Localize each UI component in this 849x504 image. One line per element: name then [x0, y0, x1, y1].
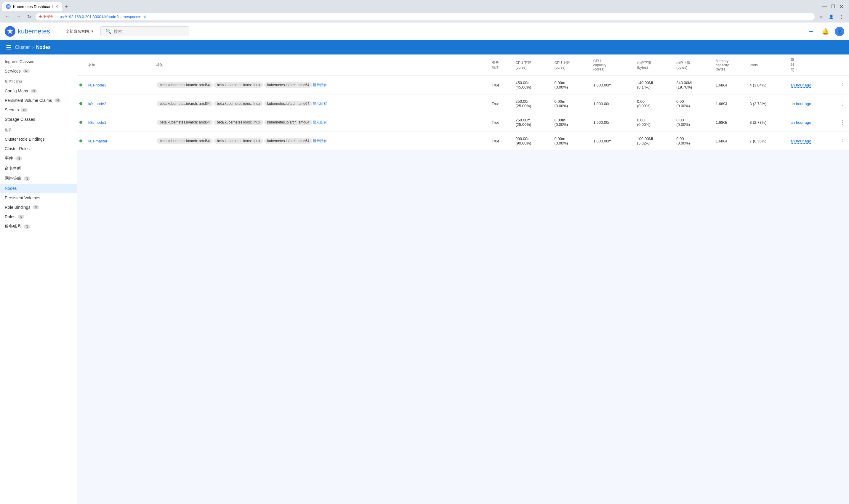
search-icon: 🔍 [105, 29, 111, 34]
tab-close-button[interactable]: ✕ [55, 4, 59, 9]
account-button[interactable]: 👤 [827, 13, 835, 21]
bookmark-button[interactable]: ☆ [817, 13, 825, 21]
sidebar-item-storage-classes[interactable]: Storage Classes [0, 114, 77, 124]
pvc-badge: N [54, 98, 61, 103]
col-age[interactable]: 建时间 ↑ [788, 54, 836, 76]
avatar[interactable]: 👤 [835, 26, 844, 36]
insecure-label: 不安全 [43, 14, 54, 19]
numeric-cell: 0.00m (0.00%) [552, 113, 591, 132]
numeric-cell: 140.00Mi (8.14%) [635, 76, 674, 94]
ready-cell: True [489, 113, 513, 132]
maximize-button[interactable]: ❐ [830, 3, 836, 10]
search-box[interactable]: 🔍 [101, 26, 189, 36]
age-link[interactable]: an hour ago [791, 139, 811, 144]
sidebar-item-role-bindings[interactable]: Role Bindings N [0, 202, 77, 212]
age-cell: an hour ago [788, 94, 836, 113]
sidebar-item-ingress-classes[interactable]: Ingress Classes [0, 57, 77, 66]
sidebar-item-roles[interactable]: Roles N [0, 212, 77, 221]
insecure-badge: ⊗ 不安全 [39, 14, 54, 19]
show-all-labels-link[interactable]: 显示所有 [313, 101, 327, 107]
col-name[interactable]: 名称 [86, 54, 154, 76]
numeric-cell: 1.68Gi [713, 132, 747, 150]
namespace-dropdown-icon: ▼ [91, 29, 94, 34]
insecure-icon: ⊗ [39, 15, 42, 19]
sidebar-item-service-accounts[interactable]: 服务账号 N [0, 221, 77, 232]
sidebar-item-services[interactable]: Services N [0, 66, 77, 76]
sidebar-item-cluster-roles[interactable]: Cluster Roles [0, 144, 77, 154]
config-maps-badge: N [31, 89, 37, 93]
label-tag: kubernetes.io/arch: amd64 [264, 82, 312, 88]
row-menu-button[interactable]: ⋮ [839, 118, 847, 126]
numeric-cell: 1,000.00m [591, 132, 635, 150]
breadcrumb-cluster[interactable]: Cluster [15, 45, 30, 50]
label-tag: beta.kubernetes.io/os: linux [214, 82, 263, 88]
numeric-cell: 0.00m (0.00%) [552, 94, 591, 113]
browser-menu-button[interactable]: ⋮ [837, 13, 846, 21]
namespace-select[interactable]: 全部命名空间 ▼ [62, 26, 98, 36]
numeric-cell: 450.00m (45.00%) [513, 76, 552, 94]
sidebar-item-events[interactable]: 事件 N [0, 154, 77, 163]
sidebar-item-nodes-label: Nodes [5, 186, 17, 191]
sidebar-item-nodes[interactable]: Nodes [0, 184, 77, 193]
row-menu-button[interactable]: ⋮ [839, 137, 847, 145]
sidebar-item-ingress-classes-label: Ingress Classes [5, 59, 34, 64]
label-tag: kubernetes.io/arch: amd64 [264, 101, 312, 106]
label-tag: beta.kubernetes.io/arch: amd64 [157, 138, 213, 144]
search-input[interactable] [114, 29, 184, 34]
address-bar-row: ← → ↻ ⊗ 不安全 https://192.168.0.201:30001/… [0, 11, 849, 22]
sidebar-section-config: 配置和存储 [0, 76, 77, 86]
nodes-table-container: 名称 标签 准备就绪 CPU 下限(cores) CPU 上限(cores) C… [77, 54, 849, 150]
tab-bar: Kubernetes Dashboard ✕ + — ❐ ✕ [0, 0, 849, 11]
node-name-link[interactable]: k8s-node1 [88, 120, 106, 125]
close-button[interactable]: ✕ [838, 3, 844, 10]
back-button[interactable]: ← [3, 13, 12, 21]
notifications-button[interactable]: 🔔 [820, 26, 830, 36]
minimize-button[interactable]: — [822, 3, 828, 10]
sidebar-item-persistent-volumes[interactable]: Persistent Volumes [0, 193, 77, 202]
services-badge: N [23, 69, 30, 73]
age-link[interactable]: an hour ago [791, 83, 811, 88]
node-name-link[interactable]: k8s-node3 [88, 83, 106, 87]
sidebar-item-network-policies[interactable]: 网络策略 N [0, 174, 77, 184]
age-link[interactable]: an hour ago [791, 120, 811, 125]
numeric-cell: 900.00m (90.00%) [513, 132, 552, 150]
table-row: k8s-node3beta.kubernetes.io/arch: amd64b… [77, 76, 849, 94]
reload-button[interactable]: ↻ [25, 13, 33, 21]
age-link[interactable]: an hour ago [791, 102, 811, 106]
sidebar-item-secrets[interactable]: Secrets N [0, 105, 77, 114]
col-actions [836, 54, 849, 76]
node-name-link[interactable]: k8s-node2 [88, 102, 106, 106]
roles-badge: N [18, 215, 24, 219]
col-mem-lower: 内存下限(bytes) [635, 54, 674, 76]
sidebar-item-namespaces[interactable]: 命名空间 [0, 163, 77, 174]
breadcrumb-current: Nodes [36, 45, 51, 50]
new-tab-button[interactable]: + [62, 2, 71, 11]
status-cell [77, 113, 86, 132]
add-button[interactable]: + [806, 26, 816, 36]
sidebar-item-events-label: 事件 [5, 156, 13, 161]
col-cpu-capacity: CPUcapacity(cores) [591, 54, 635, 76]
row-menu-button[interactable]: ⋮ [839, 81, 847, 89]
numeric-cell: 1,000.00m [591, 113, 635, 132]
show-all-labels-link[interactable]: 显示所有 [313, 119, 327, 126]
k8s-logo[interactable]: kubernetes [5, 26, 50, 37]
col-labels: 标签 [154, 54, 489, 76]
forward-button[interactable]: → [14, 13, 22, 21]
table-row: k8s-masterbeta.kubernetes.io/arch: amd64… [77, 132, 849, 150]
table-header: 名称 标签 准备就绪 CPU 下限(cores) CPU 上限(cores) C… [77, 54, 849, 76]
address-bar[interactable]: ⊗ 不安全 https://192.168.0.201:30001/#/node… [36, 13, 815, 20]
browser-tab[interactable]: Kubernetes Dashboard ✕ [2, 2, 62, 11]
name-cell: k8s-node1 [86, 113, 154, 132]
show-all-labels-link[interactable]: 显示所有 [313, 82, 327, 88]
row-menu-button[interactable]: ⋮ [839, 100, 847, 108]
labels-cell: beta.kubernetes.io/arch: amd64beta.kuber… [154, 132, 489, 150]
sidebar-item-config-maps[interactable]: Config Maps N [0, 86, 77, 96]
sidebar-menu-button[interactable]: ☰ [6, 44, 11, 51]
header-actions: + 🔔 👤 [806, 26, 844, 36]
row-actions-cell: ⋮ [836, 113, 849, 132]
sidebar-item-pvc[interactable]: Persistent Volume Claims N [0, 96, 77, 105]
show-all-labels-link[interactable]: 显示所有 [313, 138, 327, 144]
node-name-link[interactable]: k8s-master [88, 139, 107, 143]
numeric-cell: 340.00Mi (19.78%) [674, 76, 713, 94]
sidebar-item-cluster-role-bindings[interactable]: Cluster Role Bindings [0, 134, 77, 144]
